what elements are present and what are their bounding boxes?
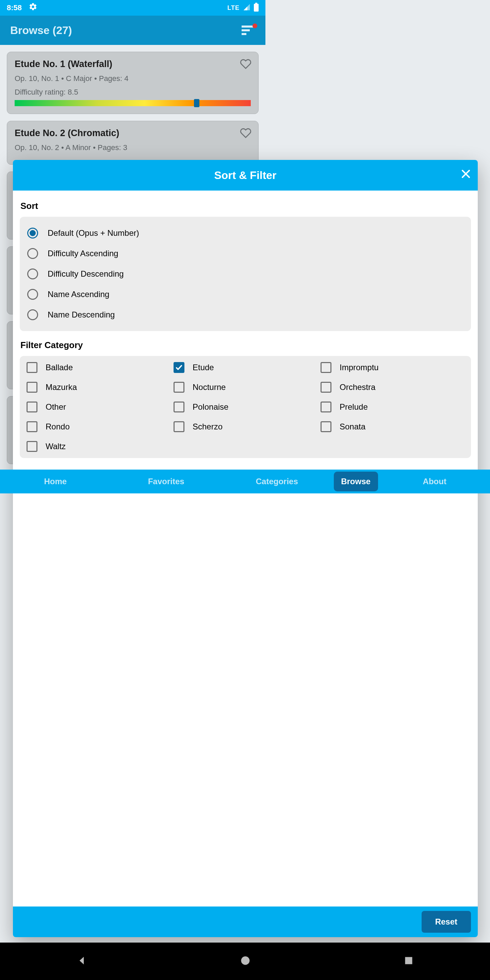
sort-option-label: Name Ascending [48, 290, 109, 299]
checkbox-icon [173, 401, 185, 412]
category-label: Scherzo [192, 422, 223, 431]
category-label: Ballade [46, 363, 73, 372]
sort-option-label: Difficulty Ascending [48, 249, 118, 258]
category-label: Other [46, 402, 66, 412]
sort-option-label: Difficulty Descending [48, 269, 124, 279]
category-option[interactable]: Nocturne [173, 382, 266, 393]
category-label: Nocturne [192, 382, 226, 392]
checkbox-icon [27, 382, 37, 393]
category-label: Rondo [46, 422, 70, 431]
category-option[interactable]: Polonaise [173, 401, 266, 412]
checkbox-icon [173, 421, 185, 432]
category-option[interactable]: Scherzo [173, 421, 266, 432]
sort-option[interactable]: Difficulty Ascending [27, 243, 266, 264]
filter-section-title: Filter Category [21, 340, 266, 350]
sort-option-label: Name Descending [48, 310, 115, 320]
category-label: Waltz [46, 442, 66, 451]
tab-home[interactable]: Home [0, 469, 111, 493]
checkbox-icon [173, 362, 185, 373]
sort-options-panel: Default (Opus + Number)Difficulty Ascend… [20, 217, 266, 331]
sort-option[interactable]: Default (Opus + Number) [27, 223, 266, 243]
category-option[interactable]: Etude [173, 362, 266, 373]
category-option[interactable]: Other [27, 401, 170, 412]
category-label: Etude [192, 363, 214, 372]
checkbox-icon [27, 421, 37, 432]
sort-option[interactable]: Name Descending [27, 305, 266, 325]
checkbox-icon [27, 401, 37, 412]
category-option[interactable]: Rondo [27, 421, 170, 432]
category-option[interactable]: Waltz [27, 441, 170, 452]
radio-icon [27, 248, 38, 259]
category-option[interactable]: Ballade [27, 362, 170, 373]
category-label: Mazurka [46, 382, 77, 392]
dialog-title: Sort & Filter [214, 169, 266, 182]
category-option[interactable]: Mazurka [27, 382, 170, 393]
radio-icon [27, 309, 38, 320]
checkbox-icon [27, 362, 37, 373]
radio-icon [27, 269, 38, 279]
tab-favorites[interactable]: Favorites [111, 469, 222, 493]
sort-option[interactable]: Difficulty Descending [27, 264, 266, 284]
bottom-nav: Home Favorites Categories Browse About [0, 469, 266, 493]
checkbox-icon [173, 382, 185, 393]
tab-categories[interactable]: Categories [221, 469, 266, 493]
radio-icon [27, 228, 38, 239]
sort-section-title: Sort [21, 201, 266, 211]
checkbox-icon [27, 441, 37, 452]
sort-option-label: Default (Opus + Number) [48, 228, 139, 238]
sort-option[interactable]: Name Ascending [27, 284, 266, 305]
category-label: Polonaise [192, 402, 228, 412]
dialog-header: Sort & Filter [13, 160, 266, 191]
filter-categories-panel: BalladeEtudeImpromptuMazurkaNocturneOrch… [20, 356, 266, 458]
radio-icon [27, 289, 38, 300]
